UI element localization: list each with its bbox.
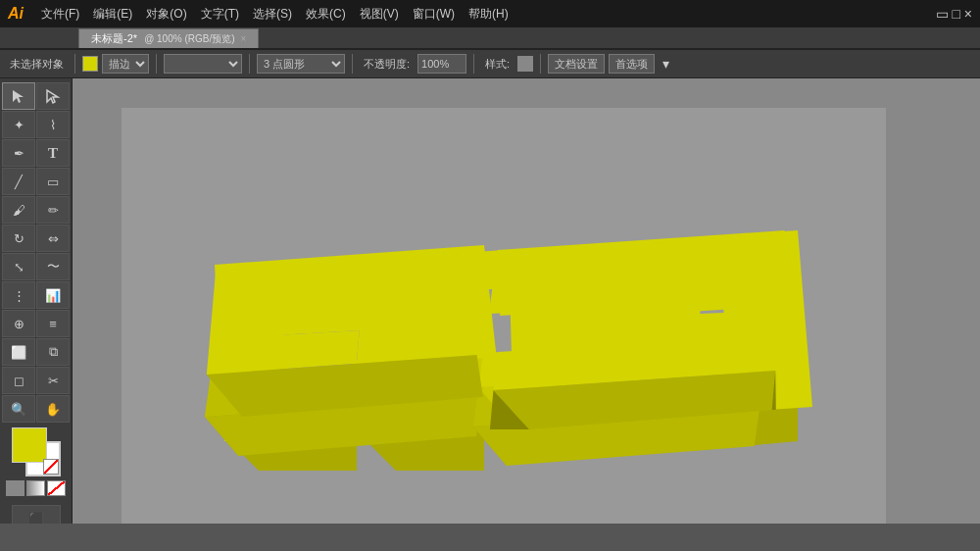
preferences-button[interactable]: 首选项 — [609, 54, 655, 74]
tab-close-button[interactable]: × — [241, 33, 247, 44]
eraser-tool[interactable]: ◻ — [2, 367, 35, 394]
main-area: ✦ ⌇ ✒ T ╱ ▭ 🖌 ✏ ↻ ⇔ ⤡ 〜 ⋮ 📊 ⊕ ≡ — [0, 78, 980, 524]
toolbar-divider-4 — [352, 54, 353, 74]
menu-view[interactable]: 视图(V) — [354, 4, 405, 25]
color-mode-btn[interactable] — [6, 480, 24, 496]
tool-row-3: ✒ T — [2, 139, 70, 167]
menu-effect[interactable]: 效果(C) — [300, 4, 352, 25]
paint-brush-tool[interactable]: 🖌 — [2, 196, 35, 224]
select-tool[interactable] — [2, 82, 35, 110]
bar-graph-tool[interactable]: ≡ — [36, 310, 70, 337]
menu-object[interactable]: 对象(O) — [140, 4, 192, 25]
opacity-label: 不透明度: — [360, 55, 414, 74]
type-tool[interactable]: T — [36, 139, 70, 167]
tool-row-6: ↻ ⇔ — [2, 225, 70, 252]
screen-mode-btn[interactable]: ⬛ — [12, 505, 61, 524]
fill-swatch[interactable] — [12, 427, 47, 463]
menu-edit[interactable]: 编辑(E) — [87, 4, 138, 25]
hand-tool[interactable]: ✋ — [36, 395, 70, 423]
title-bar: Ai 文件(F) 编辑(E) 对象(O) 文字(T) 选择(S) 效果(C) 视… — [0, 0, 980, 27]
none-mode-btn[interactable] — [47, 480, 66, 496]
toolbar: 未选择对象 描边 3 点圆形 不透明度: 样式: 文档设置 首选项 ▾ — [0, 49, 980, 78]
mirror-tool[interactable]: ⇔ — [36, 225, 70, 252]
artboard-tool[interactable]: ⬜ — [2, 338, 35, 366]
lasso-tool[interactable]: ⌇ — [36, 111, 70, 138]
slice-tool[interactable]: ⧉ — [36, 338, 70, 366]
pencil-tool[interactable]: ✏ — [36, 196, 70, 224]
fill-color-swatch[interactable] — [82, 56, 98, 72]
scissors-tool[interactable]: ✂ — [36, 367, 70, 394]
symbol-sprayer-tool[interactable]: ⊕ — [2, 310, 35, 337]
artwork-svg — [161, 137, 847, 510]
artboard — [122, 108, 886, 524]
tool-row-9: ⊕ ≡ — [2, 310, 70, 337]
opacity-input[interactable] — [417, 54, 466, 74]
tab-title: 未标题-2* @ 100% (RGB/预览) — [91, 31, 235, 46]
stroke-dropdown[interactable]: 描边 — [102, 54, 149, 74]
style-label: 样式: — [481, 55, 514, 74]
scale-tool[interactable]: ⤡ — [2, 253, 35, 280]
color-mode-row — [6, 480, 66, 496]
rect-tool[interactable]: ▭ — [36, 168, 70, 195]
tab-bar: 未标题-2* @ 100% (RGB/预览) × — [0, 27, 980, 49]
no-selection-label: 未选择对象 — [6, 55, 68, 74]
tool-row-11: ◻ ✂ — [2, 367, 70, 394]
app-logo: Ai — [8, 5, 24, 23]
toolbar-divider-5 — [473, 54, 474, 74]
rotate-tool[interactable]: ↻ — [2, 225, 35, 252]
magic-wand-tool[interactable]: ✦ — [2, 111, 35, 138]
line-tool[interactable]: ╱ — [2, 168, 35, 195]
tool-row-8: ⋮ 📊 — [2, 281, 70, 309]
tool-row-5: 🖌 ✏ — [2, 196, 70, 224]
window-controls: ▭ □ × — [936, 6, 972, 22]
menu-file[interactable]: 文件(F) — [35, 4, 85, 25]
brush-select[interactable] — [164, 54, 242, 74]
color-swatches — [12, 427, 61, 476]
dot-shape-select[interactable]: 3 点圆形 — [257, 54, 345, 74]
tool-row-7: ⤡ 〜 — [2, 253, 70, 280]
gradient-mode-btn[interactable] — [26, 480, 45, 496]
column-graph-tool[interactable]: 📊 — [36, 281, 70, 309]
preferences-arrow: ▾ — [662, 56, 669, 72]
tool-row-10: ⬜ ⧉ — [2, 338, 70, 366]
doc-settings-button[interactable]: 文档设置 — [548, 54, 605, 74]
tool-row-12: 🔍 ✋ — [2, 395, 70, 423]
tool-row-4: ╱ ▭ — [2, 168, 70, 195]
toolbar-divider-1 — [74, 54, 75, 74]
direct-select-tool[interactable] — [36, 82, 70, 110]
toolbar-divider-6 — [540, 54, 541, 74]
width-tool[interactable]: ⋮ — [2, 281, 35, 309]
pen-tool[interactable]: ✒ — [2, 139, 35, 167]
toolbar-divider-3 — [249, 54, 250, 74]
color-section — [2, 424, 70, 500]
menu-window[interactable]: 窗口(W) — [407, 4, 461, 25]
tool-row-2: ✦ ⌇ — [2, 111, 70, 138]
warp-tool[interactable]: 〜 — [36, 253, 70, 280]
toolbox: ✦ ⌇ ✒ T ╱ ▭ 🖌 ✏ ↻ ⇔ ⤡ 〜 ⋮ 📊 ⊕ ≡ — [0, 78, 73, 524]
no-color-swatch[interactable] — [43, 459, 59, 475]
menu-bar: 文件(F) 编辑(E) 对象(O) 文字(T) 选择(S) 效果(C) 视图(V… — [35, 4, 514, 25]
zoom-tool[interactable]: 🔍 — [2, 395, 35, 423]
screen-mode-section: ⬛ — [2, 505, 70, 524]
document-tab[interactable]: 未标题-2* @ 100% (RGB/预览) × — [78, 28, 259, 48]
toolbar-divider-2 — [156, 54, 157, 74]
menu-type[interactable]: 文字(T) — [195, 4, 245, 25]
canvas-area[interactable] — [73, 78, 980, 524]
style-swatch[interactable] — [517, 56, 533, 72]
menu-select[interactable]: 选择(S) — [247, 4, 298, 25]
menu-help[interactable]: 帮助(H) — [463, 4, 514, 25]
tool-row-1 — [2, 82, 70, 110]
